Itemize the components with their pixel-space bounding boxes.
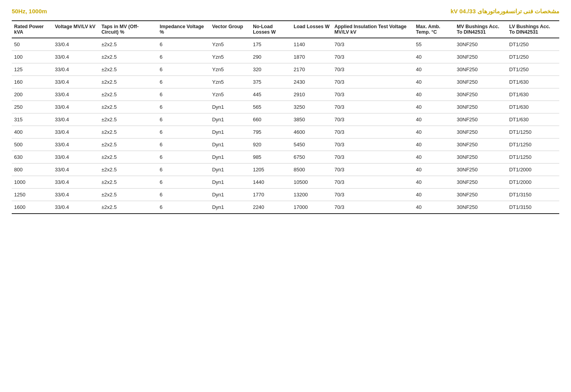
cell-r10-c9: 30NF250 (454, 164, 507, 176)
cell-r2-c9: 30NF250 (454, 63, 507, 76)
cell-r2-c0: 125 (12, 63, 52, 76)
cell-r10-c1: 33/0.4 (52, 164, 99, 176)
cell-r2-c7: 70/3 (332, 63, 414, 76)
table-row: 16033/0.4±2x2.56Yzn5375243070/34030NF250… (12, 76, 559, 88)
table-row: 31533/0.4±2x2.56Dyn1660385070/34030NF250… (12, 113, 559, 126)
table-row: 20033/0.4±2x2.56Yzn5445291070/34030NF250… (12, 88, 559, 101)
cell-r2-c8: 40 (414, 63, 454, 76)
cell-r2-c6: 2170 (291, 63, 332, 76)
table-row: 25033/0.4±2x2.56Dyn1565325070/34030NF250… (12, 101, 559, 113)
cell-r2-c5: 320 (250, 63, 291, 76)
cell-r4-c5: 445 (250, 88, 291, 101)
cell-r13-c4: Dyn1 (210, 201, 250, 214)
cell-r5-c3: 6 (157, 101, 210, 113)
cell-r1-c7: 70/3 (332, 51, 414, 63)
cell-r5-c6: 3250 (291, 101, 332, 113)
cell-r7-c6: 4600 (291, 126, 332, 138)
table-row: 12533/0.4±2x2.56Yzn5320217070/34030NF250… (12, 63, 559, 76)
cell-r12-c9: 30NF250 (454, 189, 507, 201)
cell-r9-c8: 40 (414, 151, 454, 164)
cell-r2-c4: Yzn5 (210, 63, 250, 76)
cell-r3-c6: 2430 (291, 76, 332, 88)
table-header-row: Rated Power kVAVoltage MV/LV kVTaps in M… (12, 21, 559, 38)
cell-r7-c3: 6 (157, 126, 210, 138)
cell-r3-c2: ±2x2.5 (99, 76, 157, 88)
cell-r6-c6: 3850 (291, 113, 332, 126)
cell-r12-c5: 1770 (250, 189, 291, 201)
cell-r9-c10: DT1/1250 (507, 151, 559, 164)
cell-r4-c2: ±2x2.5 (99, 88, 157, 101)
cell-r7-c0: 400 (12, 126, 52, 138)
cell-r1-c4: Yzn5 (210, 51, 250, 63)
cell-r5-c5: 565 (250, 101, 291, 113)
cell-r8-c5: 920 (250, 138, 291, 151)
cell-r2-c2: ±2x2.5 (99, 63, 157, 76)
cell-r12-c4: Dyn1 (210, 189, 250, 201)
cell-r10-c3: 6 (157, 164, 210, 176)
cell-r11-c5: 1440 (250, 176, 291, 189)
cell-r5-c4: Dyn1 (210, 101, 250, 113)
cell-r13-c3: 6 (157, 201, 210, 214)
cell-r8-c6: 5450 (291, 138, 332, 151)
cell-r9-c1: 33/0.4 (52, 151, 99, 164)
cell-r10-c10: DT1/2000 (507, 164, 559, 176)
cell-r2-c10: DT1/250 (507, 63, 559, 76)
cell-r7-c8: 40 (414, 126, 454, 138)
cell-r1-c0: 100 (12, 51, 52, 63)
subtitle-left: 50Hz, 1000m (12, 8, 47, 14)
cell-r8-c8: 40 (414, 138, 454, 151)
cell-r5-c7: 70/3 (332, 101, 414, 113)
cell-r10-c4: Dyn1 (210, 164, 250, 176)
cell-r3-c1: 33/0.4 (52, 76, 99, 88)
cell-r4-c0: 200 (12, 88, 52, 101)
cell-r8-c0: 500 (12, 138, 52, 151)
col-header-8: Max. Amb. Temp. °C (414, 21, 454, 38)
cell-r8-c2: ±2x2.5 (99, 138, 157, 151)
cell-r12-c6: 13200 (291, 189, 332, 201)
cell-r6-c5: 660 (250, 113, 291, 126)
cell-r7-c9: 30NF250 (454, 126, 507, 138)
col-header-10: LV Bushings Acc. To DIN42531 (507, 21, 559, 38)
cell-r12-c1: 33/0.4 (52, 189, 99, 201)
cell-r4-c4: Yzn5 (210, 88, 250, 101)
table-row: 125033/0.4±2x2.56Dyn117701320070/34030NF… (12, 189, 559, 201)
cell-r9-c0: 630 (12, 151, 52, 164)
col-header-7: Applied Insulation Test Voltage MV/LV kV (332, 21, 414, 38)
cell-r1-c6: 1870 (291, 51, 332, 63)
cell-r5-c10: DT1/630 (507, 101, 559, 113)
cell-r8-c3: 6 (157, 138, 210, 151)
cell-r9-c3: 6 (157, 151, 210, 164)
cell-r2-c1: 33/0.4 (52, 63, 99, 76)
cell-r1-c3: 6 (157, 51, 210, 63)
cell-r3-c4: Yzn5 (210, 76, 250, 88)
cell-r13-c0: 1600 (12, 201, 52, 214)
table-row: 50033/0.4±2x2.56Dyn1920545070/34030NF250… (12, 138, 559, 151)
cell-r13-c5: 2240 (250, 201, 291, 214)
cell-r8-c4: Dyn1 (210, 138, 250, 151)
cell-r9-c6: 6750 (291, 151, 332, 164)
cell-r0-c1: 33/0.4 (52, 38, 99, 51)
col-header-0: Rated Power kVA (12, 21, 52, 38)
cell-r6-c10: DT1/630 (507, 113, 559, 126)
cell-r7-c10: DT1/1250 (507, 126, 559, 138)
col-header-1: Voltage MV/LV kV (52, 21, 99, 38)
cell-r13-c9: 30NF250 (454, 201, 507, 214)
cell-r4-c6: 2910 (291, 88, 332, 101)
table-row: 160033/0.4±2x2.56Dyn122401700070/34030NF… (12, 201, 559, 214)
cell-r11-c0: 1000 (12, 176, 52, 189)
page-header: 50Hz, 1000m مشخصات فنی ترانسفورماتورهای … (12, 8, 559, 15)
cell-r9-c9: 30NF250 (454, 151, 507, 164)
cell-r9-c2: ±2x2.5 (99, 151, 157, 164)
table-row: 63033/0.4±2x2.56Dyn1985675070/34030NF250… (12, 151, 559, 164)
cell-r10-c5: 1205 (250, 164, 291, 176)
cell-r11-c9: 30NF250 (454, 176, 507, 189)
cell-r3-c0: 160 (12, 76, 52, 88)
cell-r10-c8: 40 (414, 164, 454, 176)
cell-r3-c9: 30NF250 (454, 76, 507, 88)
cell-r10-c6: 8500 (291, 164, 332, 176)
cell-r4-c9: 30NF250 (454, 88, 507, 101)
cell-r8-c1: 33/0.4 (52, 138, 99, 151)
cell-r7-c7: 70/3 (332, 126, 414, 138)
cell-r8-c7: 70/3 (332, 138, 414, 151)
cell-r12-c8: 40 (414, 189, 454, 201)
